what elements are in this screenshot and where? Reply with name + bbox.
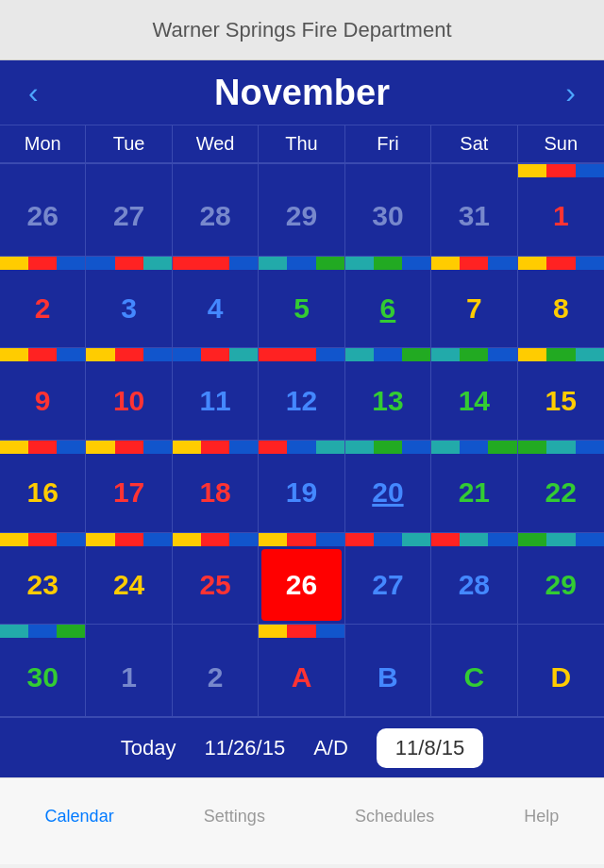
day-header-tue: Tue — [86, 125, 172, 162]
calendar-cell[interactable]: 19 — [259, 441, 344, 533]
tab-help[interactable]: Help — [524, 807, 559, 826]
calendar-cell[interactable]: 8 — [518, 257, 604, 349]
tab-schedules[interactable]: Schedules — [355, 807, 434, 826]
calendar-cell[interactable]: 15 — [518, 348, 604, 441]
calendar-cell[interactable]: 2 — [173, 625, 259, 717]
day-header-wed: Wed — [173, 125, 259, 162]
calendar-cell[interactable]: 12 — [259, 348, 344, 441]
tab-calendar[interactable]: Calendar — [45, 807, 114, 826]
calendar-cell[interactable]: 25 — [173, 533, 259, 626]
tab-settings[interactable]: Settings — [204, 807, 265, 826]
calendar-cell[interactable]: 18 — [173, 441, 259, 533]
calendar-cell[interactable]: 28 — [173, 164, 259, 257]
app-title: Warner Springs Fire Department — [152, 18, 451, 42]
calendar-cell[interactable]: 27 — [345, 533, 431, 626]
calendar-cell[interactable]: C — [431, 625, 517, 717]
calendar-cell[interactable]: 27 — [86, 164, 172, 257]
calendar-cell[interactable]: 1 — [86, 625, 172, 717]
calendar-cell[interactable]: 29 — [518, 533, 604, 626]
calendar-cell[interactable]: 30 — [0, 625, 86, 717]
calendar-cell[interactable]: 9 — [0, 348, 86, 441]
calendar-grid: 2627282930311234567891011121314151617181… — [0, 163, 604, 717]
calendar-cell[interactable]: 29 — [259, 164, 344, 257]
today-date: 11/26/15 — [204, 736, 285, 760]
day-header-sun: Sun — [518, 125, 604, 162]
title-bar: Warner Springs Fire Department — [0, 0, 604, 60]
calendar-container: ‹ November › MonTueWedThuFriSatSun 26272… — [0, 60, 604, 777]
calendar-cell[interactable]: 4 — [173, 257, 259, 349]
month-header: ‹ November › — [0, 60, 604, 125]
calendar-cell[interactable]: 2 — [0, 257, 86, 349]
calendar-cell[interactable]: 13 — [345, 348, 431, 441]
calendar-cell[interactable]: 5 — [259, 257, 344, 349]
calendar-cell[interactable]: 24 — [86, 533, 172, 626]
day-header-sat: Sat — [431, 125, 517, 162]
calendar-cell[interactable]: 7 — [431, 257, 517, 349]
calendar-cell[interactable]: 16 — [0, 441, 86, 533]
calendar-cell[interactable]: 14 — [431, 348, 517, 441]
day-headers: MonTueWedThuFriSatSun — [0, 125, 604, 163]
calendar-cell[interactable]: 31 — [431, 164, 517, 257]
calendar-cell[interactable]: 3 — [86, 257, 172, 349]
calendar-cell[interactable]: 23 — [0, 533, 86, 626]
prev-month-button[interactable]: ‹ — [19, 75, 48, 110]
selected-date[interactable]: 11/8/15 — [377, 728, 483, 768]
day-header-thu: Thu — [259, 125, 344, 162]
day-header-mon: Mon — [0, 125, 86, 162]
month-title: November — [214, 73, 390, 113]
calendar-cell[interactable]: 20 — [345, 441, 431, 533]
tab-bar: CalendarSettingsSchedulesHelp — [0, 777, 604, 864]
today-label: Today — [121, 736, 176, 760]
bottom-bar: Today 11/26/15 A/D 11/8/15 — [0, 717, 604, 777]
calendar-cell[interactable]: 11 — [173, 348, 259, 441]
calendar-cell[interactable]: 26 — [259, 533, 344, 626]
calendar-cell[interactable]: D — [518, 625, 604, 717]
calendar-cell[interactable]: 6 — [345, 257, 431, 349]
calendar-cell[interactable]: 21 — [431, 441, 517, 533]
calendar-cell[interactable]: 28 — [431, 533, 517, 626]
next-month-button[interactable]: › — [556, 75, 585, 110]
calendar-cell[interactable]: 30 — [345, 164, 431, 257]
calendar-cell[interactable]: B — [345, 625, 431, 717]
day-header-fri: Fri — [345, 125, 431, 162]
calendar-cell[interactable]: 1 — [518, 164, 604, 257]
calendar-cell[interactable]: 26 — [0, 164, 86, 257]
calendar-cell[interactable]: 17 — [86, 441, 172, 533]
today-shift: A/D — [313, 736, 348, 760]
calendar-cell[interactable]: 10 — [86, 348, 172, 441]
calendar-cell[interactable]: A — [259, 625, 344, 717]
calendar-cell[interactable]: 22 — [518, 441, 604, 533]
